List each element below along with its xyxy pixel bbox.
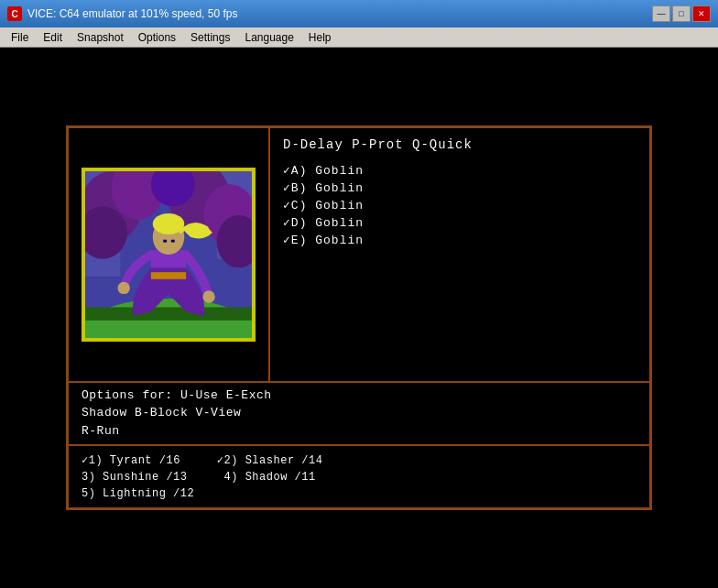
enemy-d: ✓D) Goblin — [283, 215, 636, 230]
battle-header: D-Delay P-Prot Q-Quick — [283, 137, 636, 152]
svg-rect-19 — [171, 240, 175, 243]
options-row2: Shadow B-Block V-View — [82, 404, 636, 420]
game-screen: D-Delay P-Prot Q-Quick ✓A) Goblin ✓B) Go… — [48, 80, 670, 556]
svg-rect-12 — [85, 307, 252, 320]
game-ui: D-Delay P-Prot Q-Quick ✓A) Goblin ✓B) Go… — [66, 125, 652, 510]
party-member-2: ✓2) Slasher /14 — [217, 453, 323, 467]
options-row3: R-Run — [82, 422, 636, 439]
enemy-b: ✓B) Goblin — [283, 180, 636, 195]
party-member-3: 3) Sunshine /13 — [82, 471, 188, 484]
enemy-list: ✓A) Goblin ✓B) Goblin ✓C) Goblin ✓D) Gob… — [283, 163, 636, 247]
svg-point-16 — [117, 282, 129, 294]
options-content: Options for: U-Use E-Exch Shadow B-Block… — [82, 388, 636, 439]
character-portrait — [82, 168, 256, 342]
portrait-area — [69, 128, 270, 381]
party-row1: ✓1) Tyrant /16 ✓2) Slasher /14 — [82, 453, 636, 467]
options-section: Options for: U-Use E-Exch Shadow B-Block… — [69, 383, 649, 446]
menu-file[interactable]: File — [4, 29, 36, 46]
titlebar: C VICE: C64 emulator at 101% speed, 50 f… — [0, 0, 718, 27]
top-section: D-Delay P-Prot Q-Quick ✓A) Goblin ✓B) Go… — [69, 128, 649, 383]
options-line2: Shadow B-Block V-View — [82, 406, 241, 419]
close-button[interactable]: ✕ — [692, 5, 711, 22]
window-controls: — □ ✕ — [652, 5, 711, 22]
enemy-e: ✓E) Goblin — [283, 233, 636, 247]
party-section: ✓1) Tyrant /16 ✓2) Slasher /14 3) Sunshi… — [69, 446, 649, 507]
enemy-a: ✓A) Goblin — [283, 163, 636, 178]
minimize-button[interactable]: — — [652, 5, 670, 22]
portrait-svg — [85, 171, 252, 338]
party-member-5: 5) Lightning /12 — [82, 487, 194, 500]
options-line1: Options for: U-Use E-Exch — [82, 388, 272, 402]
menubar: File Edit Snapshot Options Settings Lang… — [0, 27, 718, 48]
menu-language[interactable]: Language — [237, 29, 300, 46]
menu-settings[interactable]: Settings — [183, 29, 237, 46]
menu-snapshot[interactable]: Snapshot — [70, 29, 131, 46]
enemy-c: ✓C) Goblin — [283, 198, 636, 212]
svg-rect-18 — [163, 240, 167, 243]
main-content: D-Delay P-Prot Q-Quick ✓A) Goblin ✓B) Go… — [0, 48, 718, 588]
options-row1: Options for: U-Use E-Exch — [82, 388, 636, 402]
app-icon: C — [7, 6, 22, 21]
svg-rect-20 — [151, 272, 186, 279]
menu-edit[interactable]: Edit — [36, 29, 70, 46]
info-panel: D-Delay P-Prot Q-Quick ✓A) Goblin ✓B) Go… — [270, 128, 649, 381]
party-member-4: 4) Shadow /11 — [224, 471, 316, 484]
party-row3: 5) Lightning /12 — [82, 487, 636, 500]
menu-help[interactable]: Help — [301, 29, 339, 46]
options-line3: R-Run — [82, 424, 120, 438]
window-title: VICE: C64 emulator at 101% speed, 50 fps — [27, 7, 652, 20]
party-member-1: ✓1) Tyrant /16 — [82, 453, 180, 467]
party-row2: 3) Sunshine /13 4) Shadow /11 — [82, 471, 636, 484]
maximize-button[interactable]: □ — [672, 5, 691, 22]
menu-options[interactable]: Options — [131, 29, 183, 46]
svg-point-17 — [202, 290, 214, 302]
